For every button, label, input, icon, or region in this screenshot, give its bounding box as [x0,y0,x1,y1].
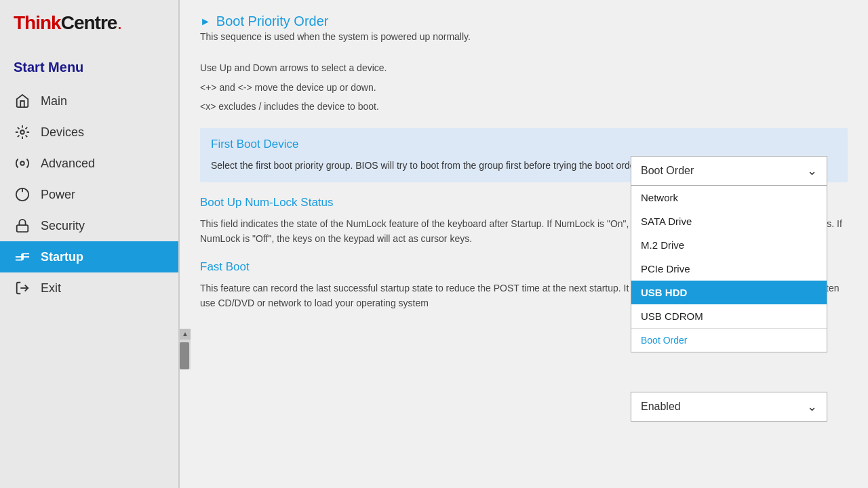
startup-icon [14,248,31,266]
logo-think: Think [14,12,61,33]
boot-order-dropdown[interactable]: Boot Order ⌄ Network SATA Drive M.2 Driv… [631,156,827,352]
logo: ThinkCentre. [14,20,122,31]
svg-rect-4 [17,225,28,232]
page-desc2: Use Up and Down arrows to select a devic… [200,60,848,75]
boot-priority-section: ► Boot Priority Order [200,14,848,29]
home-icon [14,92,31,110]
boot-order-item-footer[interactable]: Boot Order [631,328,827,352]
boot-order-list: Network SATA Drive M.2 Drive PCIe Drive … [631,186,827,352]
security-icon [14,217,31,235]
devices-icon [14,123,31,141]
sidebar-item-security-label: Security [41,219,85,233]
sidebar-item-devices-label: Devices [41,125,84,140]
svg-point-0 [20,130,24,134]
content-wrapper: ► Boot Priority Order This sequence is u… [180,0,868,488]
scroll-up-arrow[interactable]: ▲ [180,329,191,340]
start-menu-label: Start Menu [0,54,178,85]
boot-order-item-pcie[interactable]: PCIe Drive [631,257,827,281]
sidebar-item-main-label: Main [41,94,67,108]
enabled-dropdown-header[interactable]: Enabled ⌄ [631,392,827,422]
page-desc3: <+> and <-> move the device up or down. [200,80,848,95]
sidebar-item-startup[interactable]: Startup [0,241,178,272]
sidebar-item-security[interactable]: Security [0,210,178,241]
sidebar-item-startup-label: Startup [41,250,83,264]
boot-order-chevron-icon: ⌄ [807,163,817,178]
sidebar-item-power[interactable]: Power [0,179,178,210]
page-desc4: <x> excludes / includes the device to bo… [200,99,848,114]
power-icon [14,186,31,203]
logo-centre: Centre [61,12,117,33]
boot-order-item-sata[interactable]: SATA Drive [631,209,827,233]
first-boot-title: First Boot Device [211,138,837,151]
scrollbar-panel: ▲ [180,329,191,369]
advanced-icon [14,155,31,172]
enabled-dropdown-label: Enabled [641,401,681,413]
boot-order-item-m2[interactable]: M.2 Drive [631,233,827,257]
sidebar-item-exit-label: Exit [41,281,61,296]
enabled-dropdown-chevron-icon: ⌄ [807,399,817,414]
boot-order-item-network[interactable]: Network [631,186,827,209]
sidebar-item-advanced-label: Advanced [41,157,95,171]
chevron-right-icon: ► [200,16,211,28]
boot-order-dropdown-header[interactable]: Boot Order ⌄ [631,156,827,186]
logo-area: ThinkCentre. [0,0,178,54]
boot-order-label: Boot Order [641,165,694,177]
svg-point-1 [20,161,24,165]
sidebar-item-devices[interactable]: Devices [0,117,178,148]
logo-dot: . [117,12,122,33]
fast-boot-enabled-dropdown[interactable]: Enabled ⌄ [631,392,827,422]
sidebar-item-power-label: Power [41,188,75,202]
scroll-thumb[interactable] [180,342,189,369]
boot-order-item-usb-hdd[interactable]: USB HDD [631,281,827,304]
sidebar-item-exit[interactable]: Exit [0,272,178,304]
page-desc1: This sequence is used when the system is… [200,29,848,44]
sidebar: ThinkCentre. Start Menu Main Devices [0,0,180,488]
exit-icon [14,279,31,297]
sidebar-item-main[interactable]: Main [0,85,178,117]
sidebar-item-advanced[interactable]: Advanced [0,148,178,179]
boot-order-item-usb-cdrom[interactable]: USB CDROM [631,304,827,328]
page-title: Boot Priority Order [216,14,329,29]
